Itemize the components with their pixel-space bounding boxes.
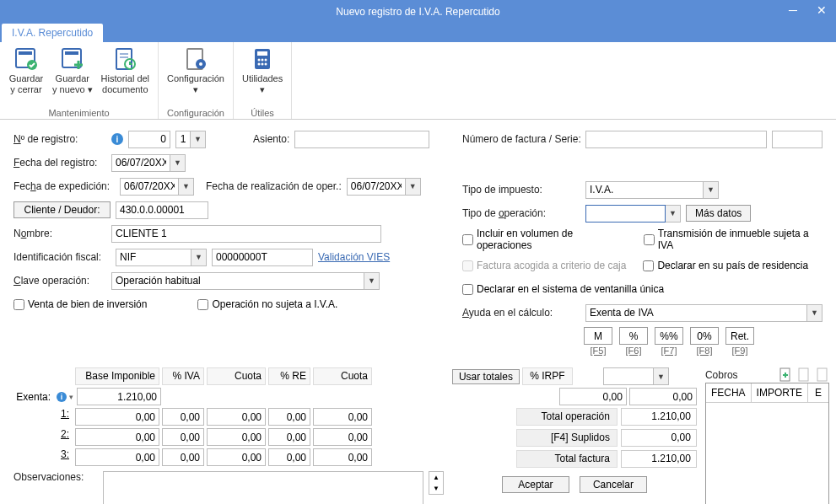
aceptar-button[interactable]: Aceptar <box>502 476 569 493</box>
cliente-input[interactable] <box>116 201 208 219</box>
observaciones-textarea[interactable] <box>103 471 423 504</box>
irpf-select[interactable] <box>603 367 654 385</box>
spin-down-icon[interactable]: ▼ <box>429 483 443 494</box>
close-button[interactable]: ✕ <box>807 0 836 20</box>
asiento-input[interactable] <box>294 131 429 148</box>
nombre-input[interactable] <box>111 225 381 243</box>
svg-point-11 <box>199 62 202 66</box>
fecha-registro-input[interactable] <box>111 154 170 172</box>
dropdown-icon[interactable]: ▼ <box>170 154 186 172</box>
guardar-nuevo-button[interactable]: Guardary nuevo ▾ <box>49 44 96 107</box>
calc-m-button[interactable]: M <box>584 327 612 345</box>
grid-cell[interactable] <box>268 448 310 466</box>
transmision-inmueble-check[interactable]: Transmisión de inmueble sujeta a IVA <box>644 228 823 251</box>
info-icon[interactable]: i <box>111 133 123 145</box>
grid-cell[interactable] <box>162 448 204 466</box>
key-hint: [F9] <box>725 346 754 356</box>
cliente-deudor-button[interactable]: Cliente / Deudor: <box>13 201 111 218</box>
factura-caja-check: Factura acogida a criterio de caja <box>462 260 626 271</box>
ventanilla-check[interactable]: Declarar en el sistema de ventanilla úni… <box>462 283 664 295</box>
grid-cell[interactable] <box>75 408 159 426</box>
cobros-col-fecha: FECHA <box>706 383 752 402</box>
serie-factura-input[interactable] <box>772 131 823 148</box>
ribbon: Guardary cerrar Guardary nuevo ▾ Histori… <box>0 42 836 120</box>
vies-link[interactable]: Validación VIES <box>318 251 390 263</box>
historial-doc-button[interactable]: Historial deldocumento <box>98 44 153 107</box>
dropdown-icon[interactable]: ▼ <box>191 249 207 266</box>
calc-pctpct-button[interactable]: %% <box>655 327 683 345</box>
minimize-button[interactable]: ─ <box>779 0 807 20</box>
n-registro-serie-input[interactable] <box>175 131 191 148</box>
grid-cell[interactable] <box>207 408 266 426</box>
fecha-expedicion-label: Fecha de expedición: <box>13 180 115 192</box>
dropdown-icon[interactable]: ▼ <box>191 131 206 148</box>
grid-cell[interactable] <box>268 408 310 426</box>
ribbon-label: Guardary nuevo ▾ <box>52 73 93 94</box>
ayuda-calculo-label: Ayuda en el cálculo: <box>462 307 580 319</box>
calc-ret-button[interactable]: Ret. <box>725 327 754 345</box>
edit-doc-icon[interactable] <box>797 367 811 383</box>
spin-up-icon[interactable]: ▲ <box>429 472 443 483</box>
calc-pct-button[interactable]: % <box>619 327 648 345</box>
clave-operacion-select[interactable] <box>111 272 364 290</box>
col-cuota: Cuota <box>207 367 266 385</box>
configuracion-button[interactable]: Configuración▾ <box>164 44 228 107</box>
row-label: 1: <box>13 408 73 426</box>
grid-cell[interactable] <box>207 428 266 446</box>
id-fiscal-input[interactable] <box>212 249 313 266</box>
grid-cell[interactable] <box>162 408 204 426</box>
n-registro-input[interactable] <box>128 131 170 148</box>
grid-cell[interactable] <box>268 428 310 446</box>
delete-doc-icon[interactable] <box>816 367 829 383</box>
dropdown-icon[interactable]: ▼ <box>704 181 719 199</box>
row-label: 2: <box>13 428 73 446</box>
declarar-pais-check[interactable]: Declarar en su país de residencia <box>643 260 808 271</box>
dropdown-icon[interactable]: ▼ <box>654 367 669 385</box>
dropdown-icon[interactable]: ▼ <box>406 178 421 196</box>
grid-cell[interactable] <box>75 448 159 466</box>
irpf-prev-input[interactable] <box>559 388 627 405</box>
grid-cell[interactable] <box>313 428 372 446</box>
dropdown-icon[interactable]: ▼ <box>364 272 380 290</box>
info-icon[interactable]: i <box>57 392 67 402</box>
grid-cell[interactable] <box>207 448 266 466</box>
add-doc-icon[interactable] <box>779 367 792 383</box>
guardar-cerrar-button[interactable]: Guardary cerrar <box>5 44 47 107</box>
venta-bien-check[interactable]: Venta de bien de inversión <box>13 298 147 310</box>
grid-cell[interactable] <box>75 428 159 446</box>
chevron-down-icon[interactable]: ▾ <box>69 393 74 401</box>
dropdown-icon[interactable]: ▼ <box>807 304 823 322</box>
grid-cell[interactable] <box>313 408 372 426</box>
fecha-realizacion-input[interactable] <box>347 178 406 196</box>
calc-0pct-button[interactable]: 0% <box>690 327 719 345</box>
cancelar-button[interactable]: Cancelar <box>580 476 647 493</box>
tipo-impuesto-select[interactable] <box>585 181 704 199</box>
main-window: Nuevo registro de I.V.A. Repercutido ─ ✕… <box>0 0 836 504</box>
irpf-total-input[interactable] <box>629 388 697 405</box>
mas-datos-button[interactable]: Más datos <box>686 205 751 222</box>
incluir-volumen-check[interactable]: Incluir en volumen de operaciones <box>462 228 627 251</box>
tipo-impuesto-label: Tipo de impuesto: <box>462 184 580 196</box>
fecha-expedicion-input[interactable] <box>120 178 179 196</box>
usar-totales-button[interactable]: Usar totales <box>452 369 520 384</box>
ayuda-calculo-select[interactable] <box>585 304 807 322</box>
exenta-input[interactable] <box>77 388 161 405</box>
id-fiscal-tipo-select[interactable] <box>116 249 191 266</box>
dropdown-icon[interactable]: ▼ <box>666 205 681 223</box>
document-history-icon <box>111 46 138 72</box>
dropdown-icon[interactable]: ▼ <box>179 178 194 196</box>
calculator-icon <box>249 46 276 72</box>
svg-point-16 <box>265 59 267 62</box>
window-title: Nuevo registro de I.V.A. Repercutido <box>336 6 499 18</box>
utilidades-button[interactable]: Utilidades▾ <box>239 44 286 107</box>
num-factura-input[interactable] <box>585 131 767 148</box>
tipo-operacion-select[interactable] <box>585 205 666 223</box>
tax-grid: Base Imponible % IVA Cuota % RE Cuota Ex… <box>13 367 444 504</box>
op-no-sujeta-check[interactable]: Operación no sujeta a I.V.A. <box>197 298 337 310</box>
svg-point-19 <box>265 63 267 66</box>
grid-cell[interactable] <box>313 448 372 466</box>
tab-iva-repercutido[interactable]: I.V.A. Repercutido <box>2 24 103 42</box>
cobros-col-e: E <box>808 383 828 402</box>
grid-cell[interactable] <box>162 428 204 446</box>
totals-row: [F4] Suplidos0,00 <box>452 429 697 447</box>
